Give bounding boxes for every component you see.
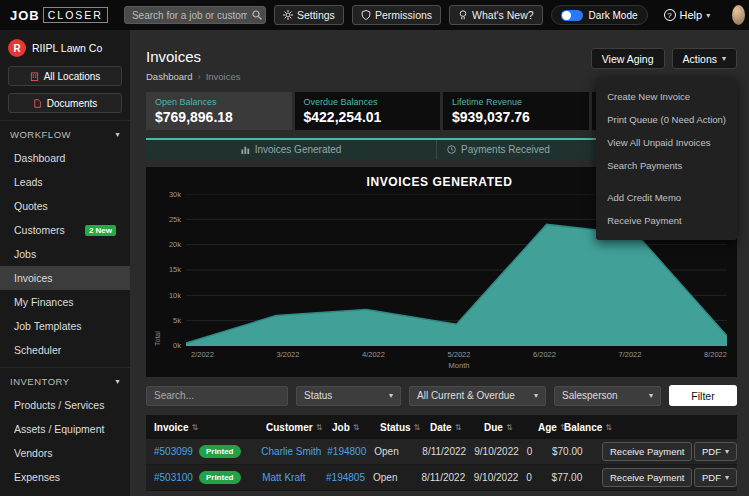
header-invoice: Invoice⇅ — [146, 422, 258, 433]
menu-item-add-credit-memo[interactable]: Add Credit Memo — [596, 186, 737, 209]
sort-icon[interactable]: ⇅ — [506, 423, 513, 432]
sidebar-item-jobs[interactable]: Jobs — [0, 242, 130, 266]
sidebar-item-leads[interactable]: Leads — [0, 170, 130, 194]
header-age: Age⇅ — [530, 422, 556, 433]
documents-button[interactable]: Documents — [8, 93, 122, 113]
customer-link[interactable]: Charlie Smith — [261, 446, 321, 457]
stat-card-overdue-balances[interactable]: Overdue Balances $422,254.01 — [295, 92, 441, 130]
sidebar-item-label: Leads — [14, 176, 43, 188]
chevron-down-icon: ▾ — [706, 11, 710, 20]
sidebar-section-inventory[interactable]: INVENTORY ▾ — [0, 367, 130, 393]
pdf-dropdown-button[interactable]: PDF▾ — [694, 442, 737, 461]
sidebar-item-expenses[interactable]: Expenses — [0, 465, 130, 489]
sidebar-item-label: Vendors — [14, 447, 53, 459]
sidebar-item-dashboard[interactable]: Dashboard — [0, 146, 130, 170]
header-label: Due — [484, 422, 503, 433]
sidebar-item-quotes[interactable]: Quotes — [0, 194, 130, 218]
sidebar-section-workflow[interactable]: WORKFLOW ▾ — [0, 120, 130, 146]
sidebar-item-job-templates[interactable]: Job Templates — [0, 314, 130, 338]
table-row: #503100Printed Matt Kraft #194805 Open 8… — [146, 465, 737, 491]
customer-link[interactable]: Matt Kraft — [262, 472, 305, 483]
workflow-header-label: WORKFLOW — [10, 129, 71, 140]
help-menu[interactable]: ? Help ▾ — [664, 9, 711, 21]
sidebar-item-invoices[interactable]: Invoices — [0, 266, 130, 290]
sort-icon[interactable]: ⇅ — [353, 423, 360, 432]
header-date: Date⇅ — [422, 422, 476, 433]
sort-icon[interactable]: ⇅ — [191, 423, 198, 432]
breadcrumb: Dashboard › Invoices — [146, 71, 241, 82]
filter-row: Status ▾ All Current & Overdue ▾ Salespe… — [146, 385, 737, 406]
company-selector[interactable]: R RIIPL Lawn Co — [0, 39, 130, 66]
date-cell: 8/11/2022 — [413, 472, 465, 483]
whats-new-button[interactable]: What's New? — [449, 5, 543, 25]
job-link[interactable]: #194805 — [326, 472, 365, 483]
sidebar-item-my-finances[interactable]: My Finances — [0, 290, 130, 314]
job-link[interactable]: #194800 — [327, 446, 366, 457]
current-overdue-select[interactable]: All Current & Overdue ▾ — [409, 386, 546, 406]
receive-payment-button[interactable]: Receive Payment — [602, 442, 692, 461]
age-cell: 0 — [519, 446, 544, 457]
permissions-button[interactable]: Permissions — [352, 5, 441, 25]
sidebar-item-scheduler[interactable]: Scheduler — [0, 338, 130, 362]
table-row: #503099Printed Charlie Smith #194800 Ope… — [146, 439, 737, 465]
company-name: RIIPL Lawn Co — [32, 42, 102, 54]
sidebar-item-label: My Finances — [14, 296, 74, 308]
sort-icon[interactable]: ⇅ — [455, 423, 462, 432]
sidebar-item-label: Invoices — [14, 272, 53, 284]
status-select-value: Status — [304, 390, 332, 401]
lightbulb-icon — [458, 10, 468, 20]
menu-item-create-new-invoice[interactable]: Create New Invoice — [596, 85, 737, 108]
sort-icon[interactable]: ⇅ — [605, 423, 612, 432]
header-due: Due⇅ — [476, 422, 530, 433]
help-label: Help — [680, 9, 703, 21]
sidebar-item-vendors[interactable]: Vendors — [0, 441, 130, 465]
invoice-link[interactable]: #503100 — [154, 472, 193, 483]
sidebar-item-label: Products / Services — [14, 399, 104, 411]
filter-button[interactable]: Filter — [669, 385, 737, 406]
menu-item-print-queue[interactable]: Print Queue (0 Need Action) — [596, 108, 737, 131]
salesperson-select[interactable]: Salesperson ▾ — [554, 386, 661, 406]
printed-badge: Printed — [199, 471, 241, 484]
receive-payment-button[interactable]: Receive Payment — [602, 468, 692, 487]
pdf-dropdown-button[interactable]: PDF▾ — [694, 468, 737, 487]
customers-new-badge: 2 New — [85, 225, 116, 236]
y-tick-label: 0k — [162, 341, 181, 350]
sidebar-item-assets-equipment[interactable]: Assets / Equipment — [0, 417, 130, 441]
chart-x-ticks: 2/20223/20224/20225/20226/20227/20228/20… — [191, 350, 727, 359]
invoice-link[interactable]: #503099 — [154, 446, 193, 457]
sidebar-item-label: Scheduler — [14, 344, 61, 356]
x-tick-label: 7/2022 — [619, 350, 642, 359]
sidebar-item-label: Expenses — [14, 471, 60, 483]
x-tick-label: 3/2022 — [277, 350, 300, 359]
actions-dropdown-menu: Create New Invoice Print Queue (0 Need A… — [596, 77, 737, 240]
global-search-input[interactable] — [124, 6, 266, 24]
table-search-input[interactable] — [146, 386, 288, 406]
user-menu[interactable]: Billy Kraft ▾ — [732, 3, 749, 27]
sidebar-item-customers[interactable]: Customers 2 New — [0, 218, 130, 242]
stat-card-lifetime-revenue[interactable]: Lifetime Revenue $939,037.76 — [443, 92, 589, 130]
header-label: Status — [380, 422, 411, 433]
dark-mode-toggle[interactable]: Dark Mode — [551, 5, 648, 25]
stat-card-open-balances[interactable]: Open Balances $769,896.18 — [146, 92, 292, 130]
stat-value: $939,037.76 — [452, 109, 580, 125]
sort-icon[interactable]: ⇅ — [414, 423, 421, 432]
header-customer: Customer⇅ — [258, 422, 324, 433]
settings-button[interactable]: Settings — [274, 5, 344, 25]
menu-item-search-payments[interactable]: Search Payments — [596, 154, 737, 177]
chart-ylabel: Total — [152, 194, 162, 346]
printed-badge: Printed — [199, 445, 241, 458]
sort-icon[interactable]: ⇅ — [316, 423, 323, 432]
breadcrumb-dashboard[interactable]: Dashboard — [146, 71, 192, 82]
header-actions: View Aging Actions ▾ — [591, 48, 737, 69]
header-label: Balance — [564, 422, 602, 433]
all-locations-button[interactable]: All Locations — [8, 66, 122, 86]
menu-item-receive-payment[interactable]: Receive Payment — [596, 209, 737, 232]
sidebar-item-mileage[interactable]: Mileage — [0, 489, 130, 496]
tab-invoices-generated[interactable]: Invoices Generated — [146, 140, 436, 159]
status-select[interactable]: Status ▾ — [296, 386, 401, 406]
sidebar-item-products-services[interactable]: Products / Services — [0, 393, 130, 417]
view-aging-button[interactable]: View Aging — [591, 48, 665, 69]
actions-button[interactable]: Actions ▾ — [672, 48, 737, 69]
menu-item-view-all-unpaid-invoices[interactable]: View All Unpaid Invoices — [596, 131, 737, 154]
toggle-track[interactable] — [561, 10, 583, 21]
